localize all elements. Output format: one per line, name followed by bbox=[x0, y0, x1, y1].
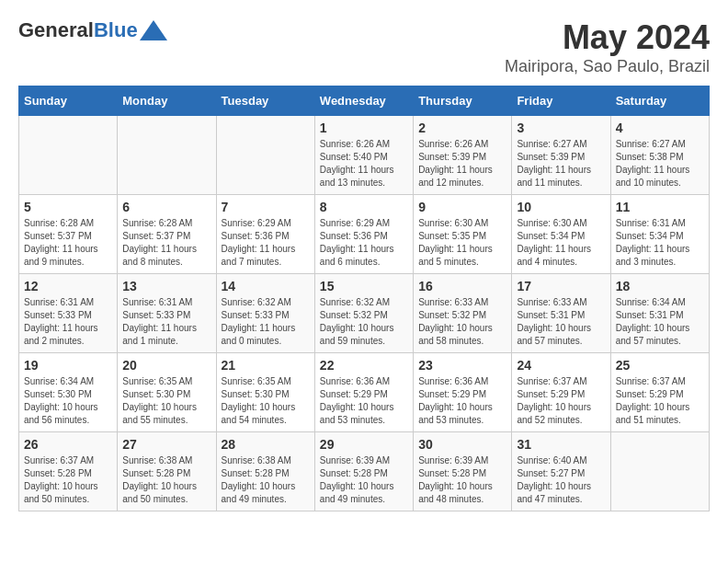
day-number: 18 bbox=[616, 279, 704, 293]
day-number: 24 bbox=[517, 358, 605, 373]
day-info: Sunrise: 6:29 AM Sunset: 5:36 PM Dayligh… bbox=[222, 217, 310, 269]
calendar-cell: 3Sunrise: 6:27 AM Sunset: 5:39 PM Daylig… bbox=[512, 116, 610, 195]
day-number: 26 bbox=[24, 437, 112, 452]
calendar-cell: 12Sunrise: 6:31 AM Sunset: 5:33 PM Dayli… bbox=[19, 274, 118, 353]
calendar-cell: 21Sunrise: 6:35 AM Sunset: 5:30 PM Dayli… bbox=[216, 353, 314, 432]
day-number: 22 bbox=[320, 358, 408, 373]
day-info: Sunrise: 6:33 AM Sunset: 5:32 PM Dayligh… bbox=[418, 296, 506, 348]
calendar-cell: 7Sunrise: 6:29 AM Sunset: 5:36 PM Daylig… bbox=[216, 195, 314, 274]
day-number: 23 bbox=[418, 358, 506, 373]
day-info: Sunrise: 6:26 AM Sunset: 5:40 PM Dayligh… bbox=[320, 138, 408, 190]
calendar-cell: 1Sunrise: 6:26 AM Sunset: 5:40 PM Daylig… bbox=[314, 116, 413, 195]
day-number: 14 bbox=[222, 279, 310, 293]
day-info: Sunrise: 6:30 AM Sunset: 5:34 PM Dayligh… bbox=[517, 217, 605, 269]
day-info: Sunrise: 6:27 AM Sunset: 5:38 PM Dayligh… bbox=[616, 138, 704, 190]
day-info: Sunrise: 6:37 AM Sunset: 5:29 PM Dayligh… bbox=[616, 375, 704, 427]
day-number: 17 bbox=[517, 279, 605, 293]
calendar-header-row: SundayMondayTuesdayWednesdayThursdayFrid… bbox=[19, 86, 710, 116]
calendar-cell bbox=[19, 116, 118, 195]
day-info: Sunrise: 6:36 AM Sunset: 5:29 PM Dayligh… bbox=[418, 375, 506, 427]
day-info: Sunrise: 6:31 AM Sunset: 5:33 PM Dayligh… bbox=[122, 296, 210, 348]
day-number: 11 bbox=[616, 200, 704, 214]
calendar-cell bbox=[118, 116, 216, 195]
day-info: Sunrise: 6:30 AM Sunset: 5:35 PM Dayligh… bbox=[418, 217, 506, 269]
day-info: Sunrise: 6:36 AM Sunset: 5:29 PM Dayligh… bbox=[320, 375, 408, 427]
calendar-cell: 23Sunrise: 6:36 AM Sunset: 5:29 PM Dayli… bbox=[414, 353, 512, 432]
calendar-cell: 20Sunrise: 6:35 AM Sunset: 5:30 PM Dayli… bbox=[118, 353, 216, 432]
header-thursday: Thursday bbox=[414, 86, 512, 116]
calendar-cell: 14Sunrise: 6:32 AM Sunset: 5:33 PM Dayli… bbox=[216, 274, 314, 353]
day-info: Sunrise: 6:26 AM Sunset: 5:39 PM Dayligh… bbox=[418, 138, 506, 190]
day-info: Sunrise: 6:37 AM Sunset: 5:29 PM Dayligh… bbox=[517, 375, 605, 427]
header-sunday: Sunday bbox=[19, 86, 118, 116]
day-number: 5 bbox=[24, 200, 112, 214]
day-info: Sunrise: 6:32 AM Sunset: 5:32 PM Dayligh… bbox=[320, 296, 408, 348]
calendar-week-row: 26Sunrise: 6:37 AM Sunset: 5:28 PM Dayli… bbox=[19, 432, 710, 511]
calendar-cell: 19Sunrise: 6:34 AM Sunset: 5:30 PM Dayli… bbox=[19, 353, 118, 432]
calendar-table: SundayMondayTuesdayWednesdayThursdayFrid… bbox=[18, 86, 710, 511]
calendar-cell: 10Sunrise: 6:30 AM Sunset: 5:34 PM Dayli… bbox=[512, 195, 610, 274]
day-number: 6 bbox=[122, 200, 210, 214]
day-number: 8 bbox=[320, 200, 408, 214]
day-info: Sunrise: 6:40 AM Sunset: 5:27 PM Dayligh… bbox=[517, 454, 605, 506]
svg-marker-0 bbox=[140, 20, 167, 40]
logo: General Blue bbox=[18, 18, 167, 42]
logo-blue: Blue bbox=[94, 18, 138, 42]
day-number: 2 bbox=[418, 121, 506, 135]
header-tuesday: Tuesday bbox=[216, 86, 314, 116]
calendar-cell: 18Sunrise: 6:34 AM Sunset: 5:31 PM Dayli… bbox=[610, 274, 709, 353]
day-info: Sunrise: 6:35 AM Sunset: 5:30 PM Dayligh… bbox=[122, 375, 210, 427]
month-title: May 2024 bbox=[505, 18, 710, 57]
header-monday: Monday bbox=[118, 86, 216, 116]
calendar-cell: 16Sunrise: 6:33 AM Sunset: 5:32 PM Dayli… bbox=[414, 274, 512, 353]
calendar-cell: 8Sunrise: 6:29 AM Sunset: 5:36 PM Daylig… bbox=[314, 195, 413, 274]
calendar-cell: 9Sunrise: 6:30 AM Sunset: 5:35 PM Daylig… bbox=[414, 195, 512, 274]
day-info: Sunrise: 6:34 AM Sunset: 5:30 PM Dayligh… bbox=[24, 375, 112, 427]
calendar-cell bbox=[216, 116, 314, 195]
day-number: 9 bbox=[418, 200, 506, 214]
day-number: 10 bbox=[517, 200, 605, 214]
day-info: Sunrise: 6:38 AM Sunset: 5:28 PM Dayligh… bbox=[122, 454, 210, 506]
day-number: 30 bbox=[418, 437, 506, 452]
calendar-cell: 2Sunrise: 6:26 AM Sunset: 5:39 PM Daylig… bbox=[414, 116, 512, 195]
calendar-cell: 17Sunrise: 6:33 AM Sunset: 5:31 PM Dayli… bbox=[512, 274, 610, 353]
day-info: Sunrise: 6:33 AM Sunset: 5:31 PM Dayligh… bbox=[517, 296, 605, 348]
day-info: Sunrise: 6:35 AM Sunset: 5:30 PM Dayligh… bbox=[222, 375, 310, 427]
calendar-cell bbox=[610, 432, 709, 511]
calendar-cell: 25Sunrise: 6:37 AM Sunset: 5:29 PM Dayli… bbox=[610, 353, 709, 432]
calendar-cell: 27Sunrise: 6:38 AM Sunset: 5:28 PM Dayli… bbox=[118, 432, 216, 511]
calendar-cell: 24Sunrise: 6:37 AM Sunset: 5:29 PM Dayli… bbox=[512, 353, 610, 432]
day-info: Sunrise: 6:31 AM Sunset: 5:33 PM Dayligh… bbox=[24, 296, 112, 348]
day-number: 13 bbox=[122, 279, 210, 293]
day-info: Sunrise: 6:27 AM Sunset: 5:39 PM Dayligh… bbox=[517, 138, 605, 190]
calendar-week-row: 19Sunrise: 6:34 AM Sunset: 5:30 PM Dayli… bbox=[19, 353, 710, 432]
header-wednesday: Wednesday bbox=[314, 86, 413, 116]
day-info: Sunrise: 6:39 AM Sunset: 5:28 PM Dayligh… bbox=[418, 454, 506, 506]
calendar-cell: 30Sunrise: 6:39 AM Sunset: 5:28 PM Dayli… bbox=[414, 432, 512, 511]
day-info: Sunrise: 6:37 AM Sunset: 5:28 PM Dayligh… bbox=[24, 454, 112, 506]
day-info: Sunrise: 6:31 AM Sunset: 5:34 PM Dayligh… bbox=[616, 217, 704, 269]
day-info: Sunrise: 6:34 AM Sunset: 5:31 PM Dayligh… bbox=[616, 296, 704, 348]
calendar-week-row: 1Sunrise: 6:26 AM Sunset: 5:40 PM Daylig… bbox=[19, 116, 710, 195]
day-number: 3 bbox=[517, 121, 605, 135]
location: Mairipora, Sao Paulo, Brazil bbox=[505, 57, 710, 76]
calendar-cell: 13Sunrise: 6:31 AM Sunset: 5:33 PM Dayli… bbox=[118, 274, 216, 353]
day-number: 27 bbox=[122, 437, 210, 452]
logo-general: General bbox=[18, 18, 94, 42]
day-number: 20 bbox=[122, 358, 210, 373]
day-number: 28 bbox=[222, 437, 310, 452]
calendar-week-row: 5Sunrise: 6:28 AM Sunset: 5:37 PM Daylig… bbox=[19, 195, 710, 274]
day-number: 16 bbox=[418, 279, 506, 293]
day-number: 4 bbox=[616, 121, 704, 135]
calendar-cell: 5Sunrise: 6:28 AM Sunset: 5:37 PM Daylig… bbox=[19, 195, 118, 274]
day-info: Sunrise: 6:32 AM Sunset: 5:33 PM Dayligh… bbox=[222, 296, 310, 348]
calendar-cell: 26Sunrise: 6:37 AM Sunset: 5:28 PM Dayli… bbox=[19, 432, 118, 511]
calendar-week-row: 12Sunrise: 6:31 AM Sunset: 5:33 PM Dayli… bbox=[19, 274, 710, 353]
day-number: 21 bbox=[222, 358, 310, 373]
calendar-cell: 29Sunrise: 6:39 AM Sunset: 5:28 PM Dayli… bbox=[314, 432, 413, 511]
day-info: Sunrise: 6:28 AM Sunset: 5:37 PM Dayligh… bbox=[122, 217, 210, 269]
calendar-cell: 22Sunrise: 6:36 AM Sunset: 5:29 PM Dayli… bbox=[314, 353, 413, 432]
day-info: Sunrise: 6:39 AM Sunset: 5:28 PM Dayligh… bbox=[320, 454, 408, 506]
day-number: 19 bbox=[24, 358, 112, 373]
day-info: Sunrise: 6:29 AM Sunset: 5:36 PM Dayligh… bbox=[320, 217, 408, 269]
